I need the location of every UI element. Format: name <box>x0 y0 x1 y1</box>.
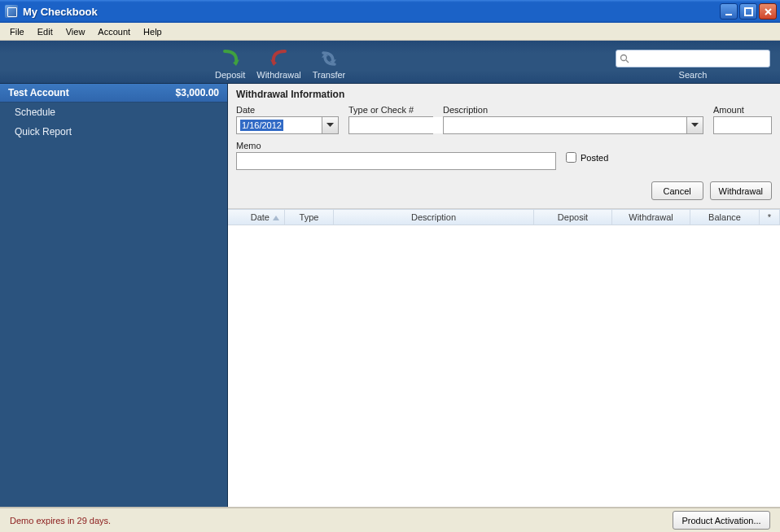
sidebar-item-schedule[interactable]: Schedule <box>0 102 227 122</box>
date-label: Date <box>236 105 339 115</box>
sidebar-account-row[interactable]: Test Account $3,000.00 <box>0 84 227 102</box>
table-header: Date Type Description Deposit Withdrawal… <box>228 209 780 225</box>
search-box[interactable] <box>616 50 770 68</box>
account-balance: $3,000.00 <box>176 87 219 98</box>
posted-label: Posted <box>581 153 608 163</box>
search-input[interactable] <box>633 54 766 63</box>
cancel-button[interactable]: Cancel <box>651 181 703 200</box>
chevron-down-icon <box>326 123 334 128</box>
svg-rect-0 <box>725 14 732 15</box>
withdrawal-icon <box>269 48 290 69</box>
status-message: Demo expires in 29 days. <box>10 516 111 525</box>
sidebar: Test Account $3,000.00 Schedule Quick Re… <box>0 84 228 507</box>
toolbar-withdrawal-label: Withdrawal <box>256 70 300 80</box>
th-type[interactable]: Type <box>285 210 334 225</box>
close-button[interactable] <box>759 3 777 20</box>
memo-label: Memo <box>236 141 556 150</box>
window-titlebar: My Checkbook <box>0 0 780 23</box>
transactions-table: Date Type Description Deposit Withdrawal… <box>228 209 780 507</box>
description-label: Description <box>443 105 703 115</box>
deposit-icon <box>220 48 241 69</box>
toolbar-deposit[interactable]: Deposit <box>215 48 245 80</box>
th-date[interactable]: Date <box>228 210 285 225</box>
date-dropdown-button[interactable] <box>322 117 338 133</box>
search-icon <box>620 54 629 63</box>
th-withdrawal[interactable]: Withdrawal <box>612 210 690 225</box>
amount-field[interactable] <box>713 116 772 134</box>
account-name: Test Account <box>8 87 69 98</box>
svg-rect-1 <box>745 8 752 15</box>
type-field[interactable] <box>348 116 433 134</box>
maximize-button[interactable] <box>739 3 757 20</box>
menu-file[interactable]: File <box>3 25 31 38</box>
app-icon <box>5 5 18 18</box>
main-panel: Withdrawal Information Date 1/16/2012 Ty… <box>228 84 780 507</box>
svg-point-2 <box>621 55 627 61</box>
search-label: Search <box>679 70 708 80</box>
menu-help[interactable]: Help <box>137 25 169 38</box>
sidebar-item-quick-report[interactable]: Quick Report <box>0 122 227 142</box>
svg-line-3 <box>626 60 629 63</box>
toolbar-transfer-label: Transfer <box>313 70 346 80</box>
toolbar: Deposit Withdrawal Transfer Se <box>0 41 780 84</box>
th-balance[interactable]: Balance <box>690 210 760 225</box>
type-label: Type or Check # <box>348 105 433 115</box>
sort-asc-icon <box>273 212 279 222</box>
menu-account[interactable]: Account <box>91 25 137 38</box>
description-input[interactable] <box>444 117 686 133</box>
window-title: My Checkbook <box>23 6 98 18</box>
product-activation-button[interactable]: Product Activation... <box>673 511 770 530</box>
th-description[interactable]: Description <box>334 210 534 225</box>
table-body <box>228 225 780 507</box>
date-field[interactable]: 1/16/2012 <box>236 116 339 134</box>
transfer-icon <box>318 48 340 69</box>
description-dropdown-button[interactable] <box>686 117 703 133</box>
menu-view[interactable]: View <box>59 25 92 38</box>
posted-checkbox[interactable] <box>566 152 576 163</box>
amount-label: Amount <box>713 105 772 115</box>
menu-edit[interactable]: Edit <box>31 25 59 38</box>
chevron-down-icon <box>691 123 699 128</box>
memo-field[interactable] <box>236 152 556 170</box>
statusbar: Demo expires in 29 days. Product Activat… <box>0 508 780 532</box>
amount-input[interactable] <box>717 117 768 133</box>
menubar: File Edit View Account Help <box>0 23 780 41</box>
th-deposit[interactable]: Deposit <box>534 210 612 225</box>
withdrawal-button[interactable]: Withdrawal <box>710 181 772 200</box>
panel-title: Withdrawal Information <box>236 89 772 100</box>
th-star[interactable]: * <box>760 210 780 225</box>
withdrawal-form: Withdrawal Information Date 1/16/2012 Ty… <box>228 84 780 209</box>
minimize-button[interactable] <box>720 3 738 20</box>
memo-input[interactable] <box>240 153 552 169</box>
toolbar-transfer[interactable]: Transfer <box>313 48 346 80</box>
toolbar-withdrawal[interactable]: Withdrawal <box>256 48 300 80</box>
toolbar-deposit-label: Deposit <box>215 70 245 80</box>
description-field[interactable] <box>443 116 703 134</box>
date-value: 1/16/2012 <box>240 120 283 131</box>
